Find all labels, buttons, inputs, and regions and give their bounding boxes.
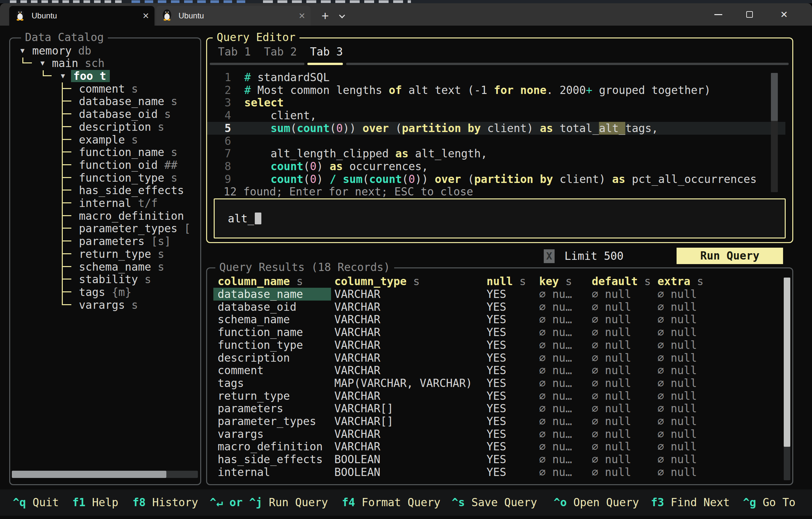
results-row-function_name[interactable]: function_nameVARCHARYES∅ nu…∅ null∅ null (206, 326, 793, 339)
results-cell[interactable]: YES (487, 402, 506, 415)
results-scrollbar-thumb[interactable] (784, 278, 790, 447)
results-cell[interactable]: macro_definition (218, 440, 323, 453)
results-cell[interactable]: YES (487, 428, 506, 440)
tree-item-tags[interactable]: tags {m} (9, 286, 199, 299)
results-cell[interactable]: ∅ null (592, 313, 631, 326)
results-cell[interactable]: has_side_effects (218, 453, 323, 466)
catalog-horizontal-scrollbar[interactable] (12, 471, 198, 478)
results-cell[interactable]: BOOLEAN (334, 453, 380, 466)
tree-item-return_type[interactable]: return_type s (9, 248, 199, 261)
run-query-button[interactable]: Run Query (676, 248, 783, 264)
results-scrollbar[interactable] (784, 278, 790, 480)
tree-item-description[interactable]: description s (9, 121, 199, 133)
results-cell[interactable]: YES (487, 390, 506, 402)
editor-scrollbar-thumb[interactable] (771, 73, 778, 121)
tree-item-comment[interactable]: comment s (9, 83, 199, 95)
tab-close-icon[interactable]: ✕ (142, 11, 149, 21)
results-cell[interactable]: YES (487, 364, 506, 377)
results-cell[interactable]: ∅ null (658, 453, 697, 466)
results-row-database_name[interactable]: database_nameVARCHARYES∅ nu…∅ null∅ null (206, 288, 793, 301)
results-cell[interactable]: ∅ null (658, 428, 697, 440)
tree-item-has_side_effects[interactable]: has_side_effects (9, 184, 199, 197)
results-header-null[interactable]: null s (487, 275, 526, 288)
tree-item-example[interactable]: example s (9, 133, 199, 146)
editor-tab-1[interactable]: Tab 1 (218, 45, 252, 58)
results-cell[interactable]: ∅ nu… (539, 466, 572, 479)
results-cell[interactable]: ∅ null (658, 326, 697, 339)
results-cell[interactable]: ∅ null (592, 288, 631, 301)
footer-binding-0[interactable]: ^q Quit (13, 489, 59, 516)
results-row-schema_name[interactable]: schema_nameVARCHARYES∅ nu…∅ null∅ null (206, 313, 793, 326)
results-cell[interactable]: YES (487, 326, 506, 339)
expand-triangle-icon[interactable]: ▼ (61, 70, 65, 83)
results-cell[interactable]: ∅ null (658, 364, 697, 377)
results-cell[interactable]: VARCHAR (334, 364, 380, 377)
tree-item-varargs[interactable]: varargs s (9, 299, 199, 311)
footer-binding-8[interactable]: ^g Go To (743, 489, 795, 516)
results-cell[interactable]: VARCHAR (334, 390, 380, 402)
results-cell[interactable]: MAP(VARCHAR, VARCHAR) (334, 377, 472, 390)
results-cell[interactable]: YES (487, 313, 506, 326)
results-cell[interactable]: ∅ nu… (539, 301, 572, 313)
results-cell[interactable]: ∅ nu… (539, 428, 572, 440)
tree-item-database_name[interactable]: database_name s (9, 95, 199, 108)
catalog-scrollbar-thumb[interactable] (12, 471, 166, 478)
tree-item-foo[interactable]: ▼foo t (9, 70, 199, 83)
results-cell[interactable]: ∅ nu… (539, 326, 572, 339)
results-cell[interactable]: internal (218, 466, 270, 479)
results-cell[interactable]: ∅ nu… (539, 440, 572, 453)
results-cell[interactable]: ∅ null (592, 352, 631, 364)
results-cell[interactable]: database_oid (218, 301, 296, 313)
results-cell[interactable]: ∅ nu… (539, 352, 572, 364)
results-cell[interactable]: VARCHAR (334, 339, 380, 352)
results-cell[interactable]: ∅ null (592, 415, 631, 428)
results-cell[interactable]: YES (487, 440, 506, 453)
close-window-button[interactable]: ✕ (769, 3, 799, 26)
results-cell[interactable]: YES (487, 466, 506, 479)
results-row-parameter_types[interactable]: parameter_typesVARCHAR[]YES∅ nu…∅ null∅ … (206, 415, 793, 428)
results-cell[interactable]: YES (487, 377, 506, 390)
results-cell[interactable]: varargs (218, 428, 264, 440)
results-cell[interactable]: YES (487, 352, 506, 364)
tree-item-function_type[interactable]: function_type s (9, 172, 199, 184)
results-cell[interactable]: ∅ null (592, 440, 631, 453)
results-cell[interactable]: ∅ null (592, 428, 631, 440)
tree-item-internal[interactable]: internal t/f (9, 197, 199, 210)
find-input[interactable]: alt_ (214, 199, 786, 239)
results-cell[interactable]: tags (218, 377, 244, 390)
footer-binding-7[interactable]: f3 Find Next (651, 489, 730, 516)
results-cell[interactable]: VARCHAR[] (334, 402, 394, 415)
footer-binding-4[interactable]: f4 Format Query (342, 489, 440, 516)
expand-triangle-icon[interactable]: ▼ (40, 57, 45, 70)
results-cell[interactable]: ∅ null (658, 288, 697, 301)
minimize-button[interactable] (707, 3, 730, 26)
tree-item-macro_definition[interactable]: macro_definition (9, 210, 199, 222)
results-cell[interactable]: ∅ null (658, 466, 697, 479)
results-cell[interactable]: YES (487, 301, 506, 313)
results-cell[interactable]: YES (487, 288, 506, 301)
limit-checkbox[interactable]: X (544, 249, 555, 263)
results-cell[interactable]: ∅ null (592, 390, 631, 402)
results-cell[interactable]: YES (487, 339, 506, 352)
footer-binding-3[interactable]: ^↵ or ^j Run Query (210, 489, 328, 516)
results-cell[interactable]: YES (487, 415, 506, 428)
results-cell[interactable]: ∅ null (658, 402, 697, 415)
results-header-key[interactable]: key s (539, 275, 572, 288)
results-cell[interactable]: return_type (218, 390, 290, 402)
results-cell[interactable]: ∅ null (592, 301, 631, 313)
results-cell[interactable]: VARCHAR (334, 313, 380, 326)
results-header-column_name[interactable]: column_name s (218, 275, 303, 288)
results-cell[interactable]: ∅ null (592, 377, 631, 390)
results-cell[interactable]: ∅ nu… (539, 288, 572, 301)
results-cell[interactable]: ∅ nu… (539, 339, 572, 352)
results-cell[interactable]: ∅ nu… (539, 377, 572, 390)
editor-tab-3[interactable]: Tab 3 (310, 45, 344, 58)
expand-triangle-icon[interactable]: ▼ (20, 44, 25, 57)
tree-item-parameters[interactable]: parameters [s] (9, 235, 199, 248)
tree-item-schema_name[interactable]: schema_name s (9, 261, 199, 273)
results-cell[interactable]: function_name (218, 326, 303, 339)
editor-scrollbar[interactable] (771, 73, 778, 192)
results-cell[interactable]: ∅ null (592, 339, 631, 352)
results-row-internal[interactable]: internalBOOLEANYES∅ nu…∅ null∅ null (206, 466, 793, 479)
footer-binding-2[interactable]: f8 History (133, 489, 198, 516)
